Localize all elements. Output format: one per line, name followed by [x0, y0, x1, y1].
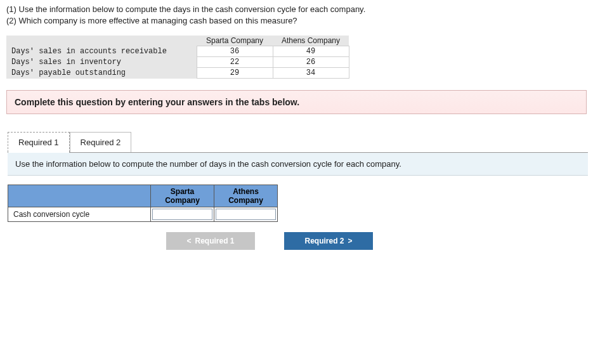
answer-cell-sparta — [151, 207, 214, 222]
next-button-label: Required 2 — [304, 237, 344, 245]
row-label: Days' sales in accounts receivable — [6, 46, 197, 57]
athens-input[interactable] — [216, 209, 276, 220]
tab-required-1[interactable]: Required 1 — [8, 132, 70, 152]
answer-table-blank-corner — [8, 185, 151, 207]
sparta-input[interactable] — [152, 209, 212, 220]
table-row: Days' sales in inventory 22 26 — [6, 57, 349, 68]
question-line-2: (2) Which company is more effective at m… — [6, 15, 587, 27]
data-table-blank-header — [6, 36, 197, 46]
question-text: (1) Use the information below to compute… — [6, 4, 587, 27]
row-value-sparta: 36 — [197, 46, 273, 57]
tabs-row: Required 1 Required 2 — [8, 132, 588, 153]
next-required-button[interactable]: Required 2 > — [284, 232, 373, 250]
table-row: Days' payable outstanding 29 34 — [6, 68, 349, 79]
prev-required-button: < Required 1 — [166, 232, 255, 250]
answer-area: Sparta Company Athens Company Cash conve… — [6, 176, 587, 259]
answer-header-athens: Athens Company — [214, 185, 278, 207]
row-value-athens: 49 — [273, 46, 349, 57]
data-table-header-sparta: Sparta Company — [197, 36, 273, 46]
chevron-left-icon: < — [186, 237, 191, 245]
chevron-right-icon: > — [348, 237, 353, 245]
nav-buttons: < Required 1 Required 2 > — [166, 232, 585, 250]
answer-header-sparta: Sparta Company — [151, 185, 214, 207]
row-value-athens: 26 — [273, 57, 349, 68]
row-value-sparta: 22 — [197, 57, 273, 68]
answer-cell-athens — [214, 207, 278, 222]
prev-button-label: Required 1 — [195, 237, 235, 245]
answer-row-label: Cash conversion cycle — [8, 207, 151, 222]
data-table-header-athens: Athens Company — [273, 36, 349, 46]
tab-panel-instruction: Use the information below to compute the… — [8, 153, 588, 176]
row-label: Days' sales in inventory — [6, 57, 197, 68]
row-value-sparta: 29 — [197, 68, 273, 79]
data-table: Sparta Company Athens Company Days' sale… — [6, 36, 349, 79]
answer-table: Sparta Company Athens Company Cash conve… — [8, 185, 278, 222]
row-value-athens: 34 — [273, 68, 349, 79]
table-row: Cash conversion cycle — [8, 207, 278, 222]
question-line-1: (1) Use the information below to compute… — [6, 4, 587, 15]
table-row: Days' sales in accounts receivable 36 49 — [6, 46, 349, 57]
instruction-bar: Complete this question by entering your … — [6, 90, 587, 114]
tab-required-2[interactable]: Required 2 — [70, 132, 132, 152]
row-label: Days' payable outstanding — [6, 68, 197, 79]
